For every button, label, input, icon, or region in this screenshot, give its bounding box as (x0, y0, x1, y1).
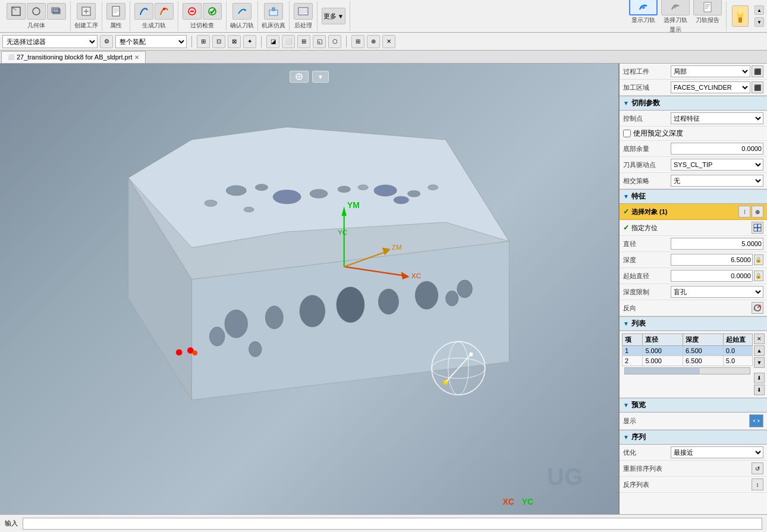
tab-close-btn[interactable]: ✕ (134, 54, 139, 61)
table-row[interactable]: 1 5.000 6.500 0.0 (623, 346, 753, 356)
viewport[interactable]: ▼ (0, 64, 618, 514)
feature-section[interactable]: ▼ 特征 (620, 189, 767, 204)
tab-title: 27_transitioning block8 for AB_sldprt.pr… (17, 53, 132, 61)
depth-lock-btn[interactable]: 🔒 (754, 254, 763, 265)
cut-params-section[interactable]: ▼ 切削参数 (620, 96, 767, 111)
svg-point-12 (163, 8, 165, 10)
cut-params-arrow: ▼ (623, 100, 629, 106)
down-arrow-icon[interactable]: ▼ (755, 17, 764, 27)
table-move-bottom-btn[interactable]: ⬇ (754, 373, 765, 383)
input-field[interactable] (23, 518, 762, 530)
svg-point-21 (642, 5, 645, 9)
toolpath-report-icon[interactable] (693, 0, 722, 15)
table-delete-btn[interactable]: ✕ (754, 333, 765, 344)
tool-drive-label: 刀具驱动点 (623, 160, 671, 169)
select-toolpath-icon[interactable] (661, 0, 690, 15)
toolbar-group-post: 后处理 (290, 1, 318, 31)
svg-point-47 (394, 196, 409, 204)
machining-area-select[interactable]: FACES_CYLINDER (671, 81, 750, 93)
set-direction-btn[interactable] (752, 222, 763, 234)
create-op-icon[interactable] (77, 3, 96, 20)
toolbar-group-confirm: 确认刀轨 (227, 1, 258, 31)
bottom-allowance-input[interactable] (671, 143, 763, 155)
control-point-select[interactable]: 过程特征 (671, 112, 763, 124)
table-with-side-btns: 项 直径 深度 起始直 1 5.000 6.500 0.0 (622, 333, 765, 395)
snap-btn-2[interactable]: ⊡ (212, 35, 225, 48)
geometry-group-label: 几何体 (27, 21, 45, 30)
tool-drive-select[interactable]: SYS_CL_TIP (671, 159, 763, 171)
reverse-list-btn[interactable]: ↕ (752, 479, 763, 490)
snap-btn-1[interactable]: ⊞ (197, 35, 210, 48)
gen-icon-2[interactable] (155, 3, 174, 20)
check-icon-2[interactable] (203, 3, 222, 20)
depth-input[interactable] (671, 254, 753, 266)
machining-area-row: 加工区域 FACES_CYLINDER ⬛ (620, 80, 767, 96)
table-row[interactable]: 2 5.000 6.500 5.0 (623, 356, 753, 366)
geometry-icon-3[interactable] (47, 3, 66, 20)
select-object-dots-btn[interactable]: ⁝ (738, 206, 750, 218)
snap-btn-3[interactable]: ⊠ (228, 35, 241, 48)
geometry-icon-1[interactable] (7, 3, 26, 20)
col-header-start: 起始直 (723, 334, 752, 346)
up-arrow-icon[interactable]: ▲ (755, 5, 764, 15)
sim-icon[interactable] (264, 3, 283, 20)
show-toolpath-icon[interactable] (629, 0, 658, 15)
table-move-bottom2-btn[interactable]: ⬇ (754, 385, 765, 395)
start-diameter-lock-btn[interactable]: 🔒 (754, 270, 763, 281)
list-table: 项 直径 深度 起始直 1 5.000 6.500 0.0 (622, 333, 753, 366)
bottom-allowance-row: 底部余量 (620, 141, 767, 157)
post-icon[interactable] (294, 3, 313, 20)
sequence-section[interactable]: ▼ 序列 (620, 430, 767, 445)
view-btn-4[interactable]: ◱ (313, 35, 326, 48)
preview-section[interactable]: ▼ 预览 (620, 398, 767, 413)
select-object-row[interactable]: ✓ 选择对象 (1) ⁝ ⊕ (620, 204, 767, 220)
display-row: 显示 (620, 413, 767, 430)
gen-icon-1[interactable] (134, 3, 153, 20)
reorder-btn[interactable]: ↺ (752, 462, 763, 474)
depth-limit-label: 深度限制 (623, 288, 671, 297)
attr-icon[interactable] (106, 3, 125, 20)
torch-icon[interactable] (732, 5, 749, 27)
filter-select[interactable]: 无选择过滤器 (2, 35, 98, 48)
view-btn-5[interactable]: ⬡ (328, 35, 341, 48)
more-icon[interactable]: 更多 ▼ (322, 8, 345, 24)
process-part-expand-btn[interactable]: ⬛ (752, 65, 763, 77)
optimize-select[interactable]: 最接近 (671, 446, 763, 458)
start-diameter-input[interactable] (671, 270, 753, 282)
predefined-depth-checkbox[interactable] (623, 130, 631, 137)
intersect-select[interactable]: 无 (671, 175, 763, 187)
svg-point-85 (755, 419, 758, 423)
confirm-icon[interactable] (232, 3, 252, 20)
snap-btn-4[interactable]: ✦ (243, 35, 256, 48)
extra-btn-3[interactable]: ✕ (382, 35, 395, 48)
table-up-btn[interactable]: ▲ (754, 345, 765, 356)
machining-area-expand-btn[interactable]: ⬛ (752, 81, 763, 93)
geometry-icon-2[interactable] (27, 3, 46, 20)
extra-btn-1[interactable]: ⊞ (351, 35, 364, 48)
show-toolpath-label: 显示刀轨 (631, 16, 655, 24)
assembly-select[interactable]: 整个装配 (115, 35, 187, 48)
extra-btn-2[interactable]: ⊕ (367, 35, 380, 48)
check-icon-1[interactable] (183, 3, 202, 20)
main-tab[interactable]: ⬜ 27_transitioning block8 for AB_sldprt.… (1, 51, 146, 63)
diameter-input[interactable] (671, 238, 763, 250)
select-object-plus-btn[interactable]: ⊕ (752, 206, 763, 218)
table-scrollbar[interactable] (624, 367, 750, 374)
cut-params-label: 切削参数 (631, 98, 660, 108)
depth-limit-select[interactable]: 盲孔 (671, 286, 763, 298)
svg-point-49 (265, 306, 283, 329)
view-btn-3[interactable]: ⊞ (297, 35, 310, 48)
list-section[interactable]: ▼ 列表 (620, 316, 767, 331)
tool-drive-row: 刀具驱动点 SYS_CL_TIP (620, 157, 767, 173)
svg-point-40 (338, 186, 350, 193)
view-btn-1[interactable]: ◪ (266, 35, 279, 48)
process-part-select[interactable]: 局部 (671, 65, 750, 77)
reverse-icon-btn[interactable] (752, 302, 763, 314)
svg-point-37 (255, 184, 268, 191)
post-label: 后处理 (294, 21, 312, 30)
filter-btn[interactable]: ⚙ (100, 35, 113, 48)
display-preview-btn[interactable] (749, 414, 763, 427)
view-btn-2[interactable]: ⬜ (282, 35, 295, 48)
table-down-btn[interactable]: ▼ (754, 357, 765, 368)
main-layout: ▼ (0, 64, 767, 514)
